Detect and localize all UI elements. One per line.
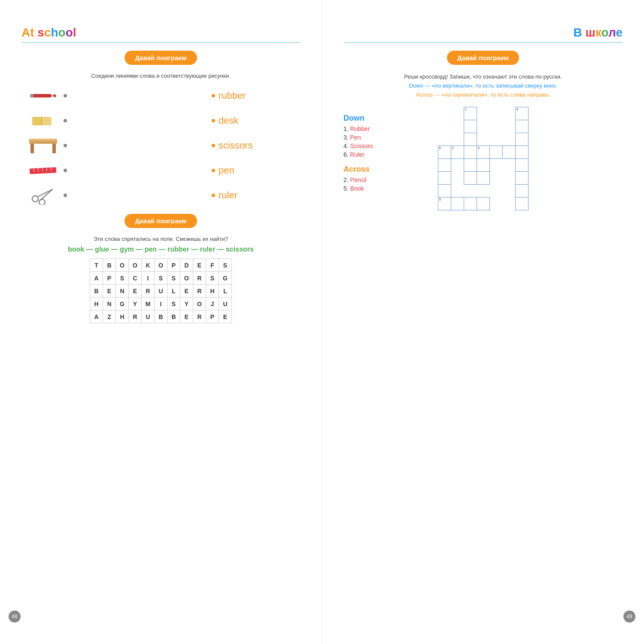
dot-left-4 xyxy=(64,169,67,172)
crossword-cell-number: 6 xyxy=(439,146,441,150)
crossword-empty-cell xyxy=(489,210,502,223)
wordsearch-cell: R xyxy=(193,285,206,298)
wordsearch-cell: A xyxy=(90,272,103,285)
crossword-cell[interactable] xyxy=(464,133,477,146)
crossword-cell[interactable] xyxy=(515,120,528,133)
crossword-empty-cell xyxy=(489,172,502,185)
svg-rect-10 xyxy=(30,167,57,174)
pen-image xyxy=(26,86,60,105)
eraser-image xyxy=(26,111,60,130)
crossword-empty-cell xyxy=(528,120,541,133)
crossword-cell[interactable] xyxy=(464,146,477,159)
crossword-cell[interactable] xyxy=(438,159,451,172)
wordsearch-cell: R xyxy=(193,272,206,285)
crossword-cell[interactable]: 3 xyxy=(477,146,489,159)
play-button-2[interactable]: Давай поиграем xyxy=(125,214,197,228)
desk-image xyxy=(26,136,60,155)
crossword-cell[interactable]: 5 xyxy=(438,197,451,210)
crossword-cell[interactable] xyxy=(477,159,489,172)
crossword-cell[interactable]: 1 xyxy=(464,107,477,120)
crossword-cell[interactable] xyxy=(464,120,477,133)
wordsearch-cell: R xyxy=(193,310,206,323)
crossword-cell[interactable] xyxy=(477,172,489,185)
wordsearch-cell: B xyxy=(155,310,167,323)
crossword-empty-cell xyxy=(502,210,515,223)
wordsearch-cell: D xyxy=(180,259,193,272)
right-page: В школе Давай поиграем Реши кроссворд! З… xyxy=(322,0,644,644)
crossword-empty-cell xyxy=(489,159,502,172)
word-ruler: ruler xyxy=(219,190,296,201)
dot-right-ruler xyxy=(212,194,215,197)
crossword-empty-cell xyxy=(451,172,464,185)
crossword-cell[interactable] xyxy=(464,172,477,185)
crossword-empty-cell xyxy=(489,185,502,197)
crossword-cell[interactable] xyxy=(502,146,515,159)
dot-right-pen xyxy=(212,169,215,172)
dot-right-desk xyxy=(212,119,215,122)
svg-rect-8 xyxy=(52,144,56,153)
word-list: book — glue — gym — pen — rubber — ruler… xyxy=(21,246,300,253)
wordsearch-cell: S xyxy=(155,272,167,285)
match-row-3: scissors xyxy=(26,135,296,156)
crossword-cell[interactable] xyxy=(451,197,464,210)
crossword-empty-cell xyxy=(528,223,541,236)
crossword-empty-cell xyxy=(477,133,489,146)
crossword-cell[interactable] xyxy=(515,185,528,197)
wordsearch-cell: P xyxy=(167,259,180,272)
svg-rect-9 xyxy=(29,139,57,141)
wordsearch-cell: S xyxy=(116,272,129,285)
wordsearch-cell: G xyxy=(116,298,129,310)
play-button-right[interactable]: Давай поиграем xyxy=(447,51,519,65)
wordsearch-cell: E xyxy=(180,310,193,323)
crossword-empty-cell xyxy=(528,185,541,197)
wordsearch-cell: O xyxy=(116,259,129,272)
across-clue-5: 5. Book xyxy=(343,185,412,192)
right-title: В школе xyxy=(343,26,623,43)
crossword-empty-cell xyxy=(489,197,502,210)
play-button-1[interactable]: Давай поиграем xyxy=(125,51,197,65)
crossword-empty-cell xyxy=(425,185,438,197)
crossword-empty-cell xyxy=(438,223,451,236)
wordsearch-cell: U xyxy=(155,285,167,298)
crossword-cell[interactable] xyxy=(477,197,489,210)
crossword-empty-cell xyxy=(477,223,489,236)
crossword-empty-cell xyxy=(438,120,451,133)
crossword-cell[interactable]: 6 xyxy=(438,146,451,159)
crossword-cell-number: 4 xyxy=(516,108,518,111)
wordsearch-cell: E xyxy=(129,285,142,298)
matching-section: rubber desk xyxy=(26,85,296,206)
crossword-empty-cell xyxy=(541,120,554,133)
crossword-empty-cell xyxy=(477,185,489,197)
crossword-cell[interactable]: 4 xyxy=(515,107,528,120)
wordsearch-cell: E xyxy=(103,285,116,298)
wordsearch-cell: Y xyxy=(129,298,142,310)
wordsearch-cell: M xyxy=(142,298,155,310)
crossword-cell[interactable] xyxy=(515,172,528,185)
crossword-cell[interactable]: 2 xyxy=(451,146,464,159)
crossword-cell[interactable] xyxy=(489,146,502,159)
crossword-cell[interactable] xyxy=(515,197,528,210)
crossword-cell[interactable] xyxy=(438,185,451,197)
crossword-cell[interactable] xyxy=(464,159,477,172)
crossword-empty-cell xyxy=(502,185,515,197)
crossword-empty-cell xyxy=(541,146,554,159)
crossword-empty-cell xyxy=(502,172,515,185)
crossword-cell[interactable] xyxy=(464,197,477,210)
crossword-cell[interactable] xyxy=(515,133,528,146)
crossword-cell[interactable] xyxy=(515,146,528,159)
crossword-cell[interactable] xyxy=(438,172,451,185)
wordsearch-cell: E xyxy=(193,259,206,272)
left-page-number: 48 xyxy=(9,611,21,623)
down-clue-4: 4. Scissors xyxy=(343,143,412,149)
wordsearch-cell: S xyxy=(206,272,219,285)
crossword-empty-cell xyxy=(541,159,554,172)
crossword-cell-number: 2 xyxy=(452,146,454,150)
dot-right-scissors xyxy=(212,144,215,147)
crossword-empty-cell xyxy=(541,133,554,146)
wordsearch-cell: C xyxy=(129,272,142,285)
crossword-cell[interactable] xyxy=(515,159,528,172)
crossword-grid-container: 146235 xyxy=(425,107,623,236)
svg-rect-4 xyxy=(32,117,42,125)
crossword-empty-cell xyxy=(502,223,515,236)
wordsearch-cell: R xyxy=(142,285,155,298)
